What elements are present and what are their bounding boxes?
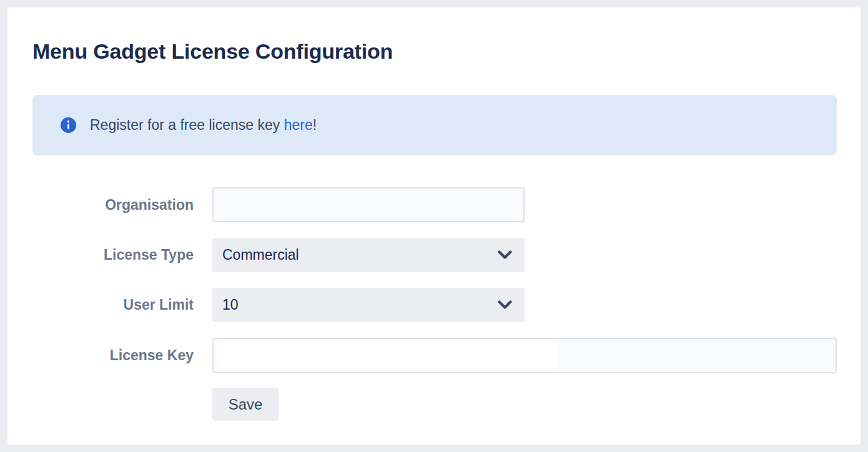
license-type-select[interactable]: Commercial xyxy=(212,238,525,272)
info-banner: Register for a free license key here! xyxy=(32,95,837,155)
user-limit-label: User Limit xyxy=(32,297,194,313)
register-link[interactable]: here xyxy=(284,117,313,133)
license-key-input[interactable] xyxy=(212,338,837,373)
license-type-label: License Type xyxy=(32,247,194,263)
organisation-row: Organisation xyxy=(32,187,837,222)
license-key-field-wrap xyxy=(212,338,837,373)
license-type-value: Commercial xyxy=(222,247,299,263)
banner-text-after-link: ! xyxy=(313,117,317,133)
banner-text-before-link: Register for a free license key xyxy=(90,117,284,133)
license-form: Organisation License Type Commercial Use… xyxy=(32,187,837,421)
license-key-label: License Key xyxy=(32,347,194,364)
save-button[interactable]: Save xyxy=(212,388,279,421)
license-key-row: License Key xyxy=(32,338,837,373)
license-type-row: License Type Commercial xyxy=(32,238,837,272)
user-limit-row: User Limit 10 xyxy=(32,288,837,322)
page-title: Menu Gadget License Configuration xyxy=(32,37,837,65)
license-configuration-panel: Menu Gadget License Configuration Regist… xyxy=(7,7,861,445)
actions-row: Save xyxy=(32,389,837,421)
chevron-down-icon xyxy=(498,300,512,310)
chevron-down-icon xyxy=(498,250,512,260)
organisation-label: Organisation xyxy=(32,197,194,214)
organisation-input[interactable] xyxy=(212,187,525,222)
banner-message: Register for a free license key here! xyxy=(90,117,317,134)
user-limit-select[interactable]: 10 xyxy=(212,288,525,322)
user-limit-value: 10 xyxy=(222,297,239,313)
info-icon xyxy=(61,117,76,133)
